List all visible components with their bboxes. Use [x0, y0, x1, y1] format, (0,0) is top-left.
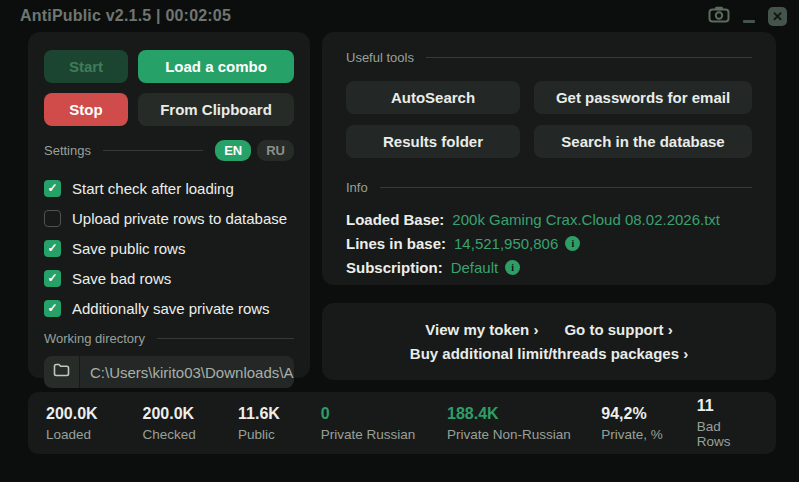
useful-tools-header: Useful tools [346, 50, 752, 65]
statistics-bar: 200.0K Loaded 200.0K Checked 11.6K Publi… [28, 392, 776, 454]
from-clipboard-button[interactable]: From Clipboard [138, 93, 294, 126]
lines-in-base-label: Lines in base: [346, 235, 446, 252]
stat-label: Bad Rows [697, 419, 758, 449]
stop-button[interactable]: Stop [44, 93, 128, 126]
checkbox-checked[interactable]: ✓ [44, 270, 61, 287]
working-directory-path-field[interactable]: C:\Users\kirito03\Downloads\An... [80, 356, 294, 388]
useful-tools-label: Useful tools [346, 50, 414, 65]
checkbox-checked[interactable]: ✓ [44, 240, 61, 257]
checkbox-checked[interactable]: ✓ [44, 300, 61, 317]
screenshot-button[interactable] [708, 7, 730, 25]
working-directory-header: Working directory [44, 331, 294, 346]
close-icon: ✕ [772, 10, 783, 23]
window-title: AntiPublic v2.1.5 | 00:02:05 [20, 7, 231, 25]
stat-value: 188.4K [447, 405, 601, 423]
stat-loaded: 200.0K Loaded [46, 405, 143, 442]
settings-label: Settings [44, 143, 91, 158]
get-passwords-for-email-button[interactable]: Get passwords for email [534, 81, 752, 114]
folder-icon [53, 363, 70, 381]
stat-label: Checked [143, 427, 239, 442]
checkbox-save-bad-rows[interactable]: ✓ Save bad rows [44, 263, 294, 293]
stat-checked: 200.0K Checked [143, 405, 239, 442]
check-icon: ✓ [47, 242, 57, 254]
account-links-panel: View my token › Go to support › Buy addi… [322, 303, 776, 380]
view-my-token-link[interactable]: View my token › [425, 321, 538, 338]
links-row-top: View my token › Go to support › [425, 321, 672, 338]
title-bar: AntiPublic v2.1.5 | 00:02:05 ✕ [0, 0, 799, 32]
checkbox-checked[interactable]: ✓ [44, 180, 61, 197]
load-combo-button[interactable]: Load a combo [138, 50, 294, 83]
subscription-row: Subscription: Default i [346, 255, 752, 279]
language-toggle-ru[interactable]: RU [257, 140, 294, 161]
start-button[interactable]: Start [44, 50, 128, 83]
minimize-icon [743, 20, 755, 23]
divider [380, 187, 752, 188]
checkbox-label: Additionally save private rows [72, 300, 270, 317]
action-buttons: Start Load a combo Stop From Clipboard [44, 50, 294, 126]
links-row-bottom: Buy additional limit/threads packages › [410, 345, 688, 362]
divider [103, 150, 203, 151]
loaded-base-label: Loaded Base: [346, 211, 444, 228]
loaded-base-row: Loaded Base: 200k Gaming Crax.Cloud 08.0… [346, 207, 752, 231]
window-controls: ✕ [708, 7, 787, 26]
checkbox-start-check-after-loading[interactable]: ✓ Start check after loading [44, 173, 294, 203]
stat-value: 94,2% [601, 405, 697, 423]
checkbox-label: Save bad rows [72, 270, 171, 287]
stat-bad-rows: 11 Bad Rows [697, 397, 758, 449]
stat-label: Public [238, 427, 321, 442]
checkbox-additionally-save-private-rows[interactable]: ✓ Additionally save private rows [44, 293, 294, 323]
close-button[interactable]: ✕ [768, 7, 787, 26]
check-icon: ✓ [47, 272, 57, 284]
subscription-label: Subscription: [346, 259, 443, 276]
divider [426, 57, 752, 58]
browse-folder-button[interactable] [44, 356, 80, 388]
tools-info-panel: Useful tools AutoSearch Get passwords fo… [322, 32, 776, 285]
working-directory-control: C:\Users\kirito03\Downloads\An... [44, 356, 294, 388]
info-icon[interactable]: i [505, 260, 520, 275]
stat-label: Private Russian [321, 427, 447, 442]
info-label: Info [346, 180, 368, 195]
info-rows: Loaded Base: 200k Gaming Crax.Cloud 08.0… [346, 207, 752, 279]
control-panel: Start Load a combo Stop From Clipboard S… [28, 32, 310, 378]
stat-private-russian: 0 Private Russian [321, 405, 447, 442]
checkbox-upload-private-rows[interactable]: Upload private rows to database [44, 203, 294, 233]
stat-public: 11.6K Public [238, 405, 321, 442]
minimize-button[interactable] [742, 7, 756, 25]
info-icon[interactable]: i [565, 236, 580, 251]
info-header: Info [346, 180, 752, 195]
stat-value: 11.6K [238, 405, 321, 423]
working-directory-label: Working directory [44, 331, 145, 346]
check-icon: ✓ [47, 302, 57, 314]
lines-in-base-value: 14,521,950,806 [454, 235, 558, 252]
autosearch-button[interactable]: AutoSearch [346, 81, 520, 114]
stat-private-non-russian: 188.4K Private Non-Russian [447, 405, 601, 442]
stat-label: Private Non-Russian [447, 427, 601, 442]
stat-label: Private, % [601, 427, 697, 442]
settings-header: Settings EN RU [44, 140, 294, 161]
stat-label: Loaded [46, 427, 143, 442]
go-to-support-link[interactable]: Go to support › [564, 321, 672, 338]
search-in-database-button[interactable]: Search in the database [534, 125, 752, 158]
checkbox-label: Save public rows [72, 240, 185, 257]
stat-private-percent: 94,2% Private, % [601, 405, 697, 442]
lines-in-base-row: Lines in base: 14,521,950,806 i [346, 231, 752, 255]
stat-value: 11 [697, 397, 758, 415]
stat-value: 200.0K [46, 405, 143, 423]
check-icon: ✓ [47, 182, 57, 194]
divider [157, 338, 294, 339]
subscription-value: Default [451, 259, 499, 276]
stat-value: 0 [321, 405, 447, 423]
language-toggle-en[interactable]: EN [215, 140, 251, 161]
results-folder-button[interactable]: Results folder [346, 125, 520, 158]
checkbox-unchecked[interactable] [44, 210, 61, 227]
camera-icon [708, 6, 730, 27]
settings-checkbox-list: ✓ Start check after loading Upload priva… [44, 173, 294, 323]
checkbox-label: Start check after loading [72, 180, 234, 197]
stat-value: 200.0K [143, 405, 239, 423]
buy-additional-packages-link[interactable]: Buy additional limit/threads packages › [410, 345, 688, 362]
checkbox-label: Upload private rows to database [72, 210, 287, 227]
loaded-base-value: 200k Gaming Crax.Cloud 08.02.2026.txt [452, 211, 720, 228]
useful-tools-buttons: AutoSearch Get passwords for email Resul… [346, 81, 752, 158]
checkbox-save-public-rows[interactable]: ✓ Save public rows [44, 233, 294, 263]
